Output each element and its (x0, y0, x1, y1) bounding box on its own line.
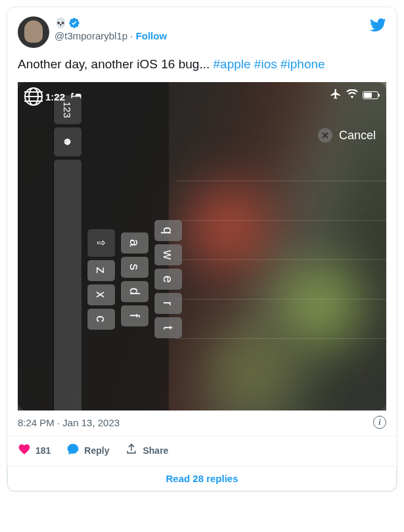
embedded-tweet: 💀 @t3mporarybl1p · Follow Another day, a… (7, 7, 397, 492)
key-w[interactable]: w (154, 244, 182, 265)
tweet-media[interactable]: 1:22 (7, 76, 397, 410)
tweet-actions: 181 Reply Share (7, 435, 397, 466)
status-time: 1:22 (45, 91, 65, 102)
read-replies-button[interactable]: Read 28 replies (7, 466, 397, 491)
reply-icon (66, 443, 79, 458)
like-count: 181 (35, 445, 51, 456)
key-d[interactable]: d (121, 281, 148, 302)
key-a[interactable]: a (121, 233, 148, 254)
key-z[interactable]: z (87, 260, 115, 281)
key-c[interactable]: c (87, 309, 115, 330)
wifi-icon (346, 89, 358, 101)
verified-badge-icon (68, 17, 80, 29)
info-icon[interactable]: i (373, 416, 386, 429)
key-shift[interactable]: ⇧ (87, 229, 115, 257)
hashtag-apple[interactable]: #apple (213, 57, 251, 71)
user-meta: 💀 @t3mporarybl1p · Follow (55, 16, 167, 43)
handle-row: @t3mporarybl1p · Follow (55, 30, 167, 43)
hashtag-ios[interactable]: #ios (254, 57, 277, 71)
key-emoji[interactable]: ☻ (54, 127, 81, 156)
user-handle[interactable]: @t3mporarybl1p (55, 30, 127, 41)
key-r[interactable]: r (154, 293, 182, 314)
globe-time-indicator: 1:22 (24, 87, 82, 106)
heart-icon (18, 443, 31, 458)
cancel-button[interactable]: Cancel (339, 129, 376, 143)
key-f[interactable]: f (121, 305, 148, 326)
tweet-timestamp[interactable]: 8:24 PM · Jan 13, 2023 (18, 417, 120, 428)
reply-label: Reply (84, 445, 109, 456)
bed-icon (70, 91, 82, 102)
result-list-separators (175, 181, 386, 378)
tweet-timestamp-row: 8:24 PM · Jan 13, 2023 i (7, 410, 397, 430)
share-action[interactable]: Share (125, 443, 168, 458)
key-space[interactable] (54, 160, 81, 410)
hashtag-iphone[interactable]: #iphone (281, 57, 325, 71)
tweet-text: Another day, another iOS 16 bug... #appl… (7, 48, 397, 76)
rotated-keyboard: q w e r t a s d f ⇧ z x c (48, 95, 182, 410)
key-t[interactable]: t (154, 317, 182, 338)
share-icon (125, 443, 138, 458)
airplane-mode-icon (330, 88, 342, 102)
globe-icon (24, 87, 43, 106)
like-action[interactable]: 181 (18, 443, 51, 458)
follow-link[interactable]: Follow (136, 30, 168, 41)
tweet-header: 💀 @t3mporarybl1p · Follow (7, 7, 397, 48)
display-name: 💀 (55, 16, 67, 30)
avatar[interactable] (18, 16, 49, 48)
key-q[interactable]: q (154, 220, 182, 241)
clear-search-button[interactable] (318, 128, 332, 143)
twitter-logo-icon[interactable] (369, 16, 386, 36)
key-e[interactable]: e (154, 269, 182, 290)
search-bar-area: Cancel (318, 128, 386, 143)
battery-icon (363, 91, 378, 99)
key-s[interactable]: s (121, 257, 148, 278)
tweet-body: Another day, another iOS 16 bug... (18, 57, 213, 71)
display-name-row[interactable]: 💀 (55, 16, 167, 30)
reply-action[interactable]: Reply (66, 443, 109, 458)
share-label: Share (143, 445, 168, 456)
key-x[interactable]: x (87, 284, 115, 305)
